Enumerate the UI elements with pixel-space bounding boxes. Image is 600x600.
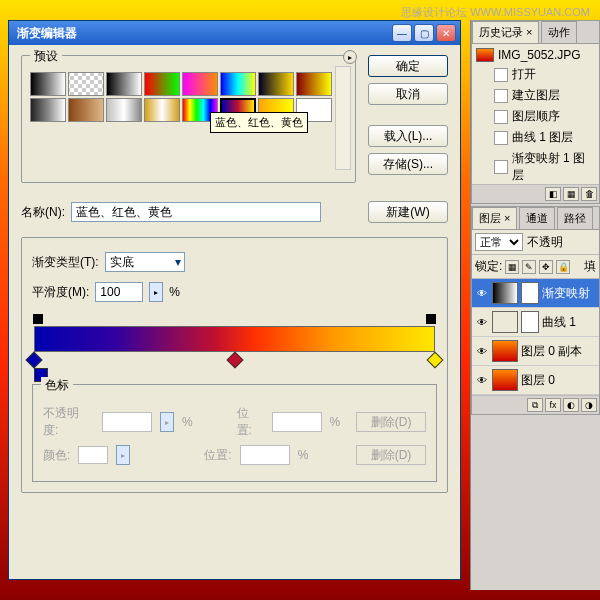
adjustment-icon[interactable]: ◑ — [581, 398, 597, 412]
mask-icon[interactable]: ◐ — [563, 398, 579, 412]
preset-menu-icon[interactable]: ▸ — [343, 50, 357, 64]
preset-swatch[interactable] — [68, 72, 104, 96]
blend-mode-select[interactable]: 正常 — [475, 233, 523, 251]
history-new-icon[interactable]: ▦ — [563, 187, 579, 201]
history-step-icon — [494, 110, 508, 124]
fill-label: 填 — [584, 258, 596, 275]
minimize-button[interactable]: — — [392, 24, 412, 42]
presets-fieldset: 预设 ▸ 蓝色、红色、黄色 — [21, 55, 356, 183]
tab-paths[interactable]: 路径 — [557, 207, 593, 229]
opacity-stop-row[interactable] — [34, 314, 435, 326]
preset-swatch[interactable] — [68, 98, 104, 122]
color-stop-row[interactable] — [34, 354, 435, 366]
layer-item[interactable]: 👁图层 0 — [472, 366, 599, 395]
preset-swatch[interactable] — [182, 72, 218, 96]
panels-dock: 历史记录 × 动作 IMG_5052.JPG打开建立图层图层顺序曲线 1 图层渐… — [470, 20, 600, 590]
layer-item[interactable]: 👁渐变映射 — [472, 279, 599, 308]
preset-swatch[interactable] — [30, 72, 66, 96]
layers-panel: 图层 × 通道 路径 正常 不透明 锁定: ▦ ✎ ✥ 🔒 填 👁渐变映射👁曲线… — [471, 206, 600, 415]
stop-position-input — [272, 412, 322, 432]
new-button[interactable]: 新建(W) — [368, 201, 448, 223]
history-item-label: 曲线 1 图层 — [512, 129, 573, 146]
lock-transparency-icon[interactable]: ▦ — [505, 260, 519, 274]
history-thumb-icon — [476, 48, 494, 62]
visibility-icon[interactable]: 👁 — [475, 286, 489, 300]
layer-name: 渐变映射 — [542, 285, 590, 302]
layer-thumb[interactable] — [492, 282, 518, 304]
save-button[interactable]: 存储(S)... — [368, 153, 448, 175]
tab-channels[interactable]: 通道 — [519, 207, 555, 229]
preset-scrollbar[interactable] — [335, 66, 351, 170]
lock-all-icon[interactable]: 🔒 — [556, 260, 570, 274]
tab-layers[interactable]: 图层 × — [472, 207, 517, 229]
history-snapshot-icon[interactable]: ◧ — [545, 187, 561, 201]
percent-label: % — [182, 415, 193, 429]
name-input[interactable] — [71, 202, 321, 222]
visibility-icon[interactable]: 👁 — [475, 344, 489, 358]
preset-swatch[interactable] — [258, 72, 294, 96]
color-stop[interactable] — [427, 352, 444, 369]
history-item[interactable]: 渐变映射 1 图层 — [474, 148, 597, 184]
stop-position-label: 位置: — [204, 447, 231, 464]
visibility-icon[interactable]: 👁 — [475, 315, 489, 329]
fx-icon[interactable]: fx — [545, 398, 561, 412]
layer-thumb[interactable] — [492, 369, 518, 391]
history-item[interactable]: 曲线 1 图层 — [474, 127, 597, 148]
history-item[interactable]: IMG_5052.JPG — [474, 46, 597, 64]
stop-position-input — [240, 445, 290, 465]
stop-opacity-label: 不透明度: — [43, 405, 94, 439]
color-stop[interactable] — [26, 352, 43, 369]
gradient-type-select[interactable]: 实底 — [105, 252, 185, 272]
preset-swatch[interactable] — [30, 98, 66, 122]
lock-move-icon[interactable]: ✥ — [539, 260, 553, 274]
preset-swatch[interactable] — [220, 72, 256, 96]
gradient-bar[interactable] — [34, 326, 435, 352]
cancel-button[interactable]: 取消 — [368, 83, 448, 105]
stop-color-label: 颜色: — [43, 447, 70, 464]
close-button[interactable]: ✕ — [436, 24, 456, 42]
ok-button[interactable]: 确定 — [368, 55, 448, 77]
preset-swatch[interactable] — [144, 98, 180, 122]
visibility-icon[interactable]: 👁 — [475, 373, 489, 387]
opacity-stop[interactable] — [426, 314, 436, 324]
layer-mask-thumb[interactable] — [521, 311, 539, 333]
lock-paint-icon[interactable]: ✎ — [522, 260, 536, 274]
layer-item[interactable]: 👁图层 0 副本 — [472, 337, 599, 366]
percent-label: % — [298, 448, 309, 462]
smoothness-label: 平滑度(M): — [32, 284, 89, 301]
smoothness-spinner[interactable]: ▸ — [149, 282, 163, 302]
tab-history[interactable]: 历史记录 × — [472, 21, 539, 43]
history-item[interactable]: 建立图层 — [474, 85, 597, 106]
tab-actions[interactable]: 动作 — [541, 21, 577, 43]
preset-swatch[interactable] — [144, 72, 180, 96]
history-item[interactable]: 打开 — [474, 64, 597, 85]
history-step-icon — [494, 68, 508, 82]
history-step-icon — [494, 160, 508, 174]
lock-label: 锁定: — [475, 258, 502, 275]
trash-icon[interactable]: 🗑 — [581, 187, 597, 201]
history-item[interactable]: 图层顺序 — [474, 106, 597, 127]
stop-color-spinner: ▸ — [116, 445, 130, 465]
preset-swatch[interactable] — [106, 98, 142, 122]
delete-color-stop-button: 删除(D) — [356, 445, 426, 465]
layer-mask-thumb[interactable] — [521, 282, 539, 304]
maximize-button[interactable]: ▢ — [414, 24, 434, 42]
stop-opacity-input — [102, 412, 152, 432]
color-stop[interactable] — [226, 352, 243, 369]
history-panel: 历史记录 × 动作 IMG_5052.JPG打开建立图层图层顺序曲线 1 图层渐… — [471, 20, 600, 204]
layer-item[interactable]: 👁曲线 1 — [472, 308, 599, 337]
load-button[interactable]: 载入(L)... — [368, 125, 448, 147]
presets-legend: 预设 — [30, 48, 62, 65]
preset-swatch[interactable] — [106, 72, 142, 96]
history-item-label: 渐变映射 1 图层 — [512, 150, 595, 184]
layer-thumb[interactable] — [492, 311, 518, 333]
preset-swatch[interactable] — [296, 72, 332, 96]
stop-position-label: 位置: — [237, 405, 264, 439]
dialog-titlebar[interactable]: 渐变编辑器 — ▢ ✕ — [9, 21, 460, 45]
layer-thumb[interactable] — [492, 340, 518, 362]
link-icon[interactable]: ⧉ — [527, 398, 543, 412]
opacity-stop[interactable] — [33, 314, 43, 324]
smoothness-input[interactable]: 100 — [95, 282, 143, 302]
stops-fieldset: 色标 不透明度: ▸ % 位置: % 删除(D) 颜色: ▸ — [32, 384, 437, 482]
history-item-label: 打开 — [512, 66, 536, 83]
